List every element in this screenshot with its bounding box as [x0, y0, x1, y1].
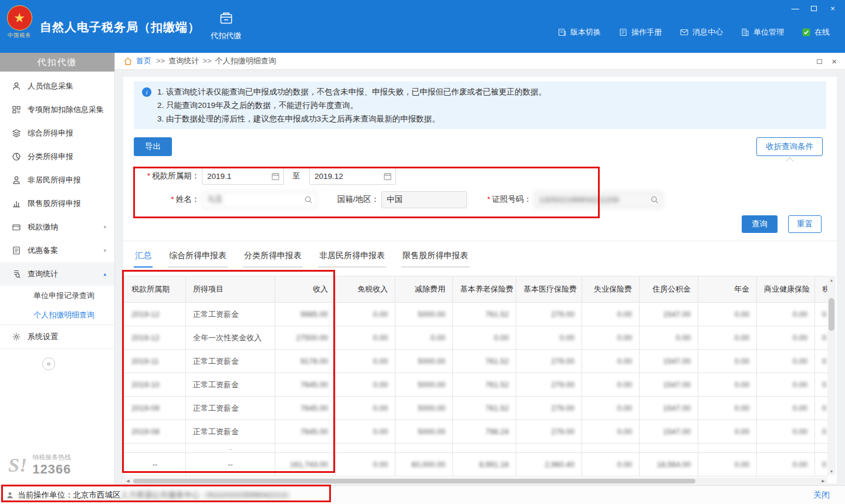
table-row[interactable]: 2019-08正常工资薪金7645.000.005000.00798.24279…	[124, 420, 828, 444]
query-form: *税款所属期： 至 *姓名：	[134, 167, 837, 208]
sidebar-subitem[interactable]: 单位申报记录查询	[0, 286, 114, 305]
breadcrumb-items: >>查询统计>>个人扣缴明细查询	[153, 56, 276, 66]
emblem-icon: ★	[7, 5, 32, 31]
content-panel: i 1. 该查询统计表仅能查询已申报成功的数据，不包含未申报、申报失败，已申报但…	[123, 77, 837, 483]
sidebar-item[interactable]: 查询统计▴	[0, 262, 114, 286]
sidebar-item[interactable]: 优惠备案▾	[0, 239, 114, 262]
breadcrumb-item: 个人扣缴明细查询	[215, 56, 276, 65]
panel-controls: ×	[817, 57, 837, 66]
sidebar-item[interactable]: 分类所得申报	[0, 145, 114, 168]
header-action-label: 操作手册	[631, 27, 662, 38]
calendar-icon[interactable]	[383, 172, 392, 181]
nationality-input[interactable]	[381, 191, 467, 208]
cell-value: 0.00	[757, 350, 815, 373]
cell-ellipsis	[396, 444, 453, 453]
period-label: *税款所属期：	[134, 171, 200, 181]
table-row[interactable]: 2019-11正常工资薪金9178.000.005000.00761.52279…	[124, 350, 828, 373]
id-number-input[interactable]	[534, 191, 663, 208]
header-action-online[interactable]: 在线	[802, 27, 830, 38]
notice-line: 1. 该查询统计表仅能查询已申报成功的数据，不包含未申报、申报失败，已申报但已作…	[157, 85, 818, 99]
breadcrumb: 首页 >>查询统计>>个人扣缴明细查询 ×	[115, 53, 845, 70]
cell-value: 0.00	[815, 350, 828, 373]
column-header: 免税收入	[336, 276, 396, 303]
cell-ellipsis	[336, 444, 396, 453]
table-row[interactable]: 2019-12全年一次性奖金收入27500.000.000.000.000.00…	[124, 326, 828, 350]
withhold-module-icon	[219, 11, 234, 26]
sidebar-title: 代扣代缴	[0, 53, 114, 72]
cell-value: 0.00	[698, 397, 757, 420]
result-tab[interactable]: 非居民所得申报表	[318, 251, 386, 268]
required-asterisk: *	[147, 171, 150, 180]
cell-total-value: 0.00	[582, 453, 640, 476]
reset-button[interactable]: 重置	[788, 215, 822, 233]
sidebar-item[interactable]: 限售股所得申报	[0, 192, 114, 215]
panel-restore-icon[interactable]	[817, 57, 822, 66]
scroll-up-icon[interactable]: ▲	[830, 276, 834, 284]
required-asterisk: *	[487, 195, 490, 204]
scroll-left-icon[interactable]: ◀	[124, 479, 132, 483]
sidebar-item[interactable]: 人员信息采集	[0, 75, 114, 98]
cell-value: 0.00	[336, 350, 396, 373]
sidebar-item-label: 专项附加扣除信息采集	[28, 104, 104, 115]
vertical-scrollbar[interactable]: ▲ ▼	[827, 276, 836, 475]
table-row[interactable]: 2019-12正常工资薪金9985.000.005000.00761.52279…	[124, 303, 828, 326]
window-minimize-icon[interactable]: —	[791, 4, 799, 13]
column-header: 减除费用	[396, 276, 453, 303]
app-title: 自然人电子税务局（扣缴端）	[40, 19, 200, 35]
cell-value: 1547.00	[640, 373, 698, 397]
search-icon[interactable]	[650, 195, 659, 204]
cell-value: 0.00	[582, 397, 640, 420]
search-button[interactable]: 查询	[742, 215, 778, 233]
header-action-org-manage[interactable]: 单位管理	[741, 27, 784, 38]
sidebar-collapse-button[interactable]: «	[42, 357, 55, 370]
result-tab[interactable]: 汇总	[134, 251, 153, 268]
table-row[interactable]: 2019-09正常工资薪金7645.000.005000.00761.52279…	[124, 397, 828, 420]
result-tab[interactable]: 限售股所得申报表	[401, 251, 469, 268]
sidebar-item[interactable]: 综合所得申报	[0, 121, 114, 145]
sidebar-subitem[interactable]: 个人扣缴明细查询	[0, 305, 114, 324]
name-input[interactable]	[202, 191, 317, 208]
horizontal-scroll-thumb[interactable]	[133, 479, 695, 483]
sidebar-item-label: 非居民所得申报	[28, 175, 81, 185]
export-button[interactable]: 导出	[134, 137, 172, 156]
scroll-right-icon[interactable]: ▶	[819, 479, 827, 483]
module-tab-withholding[interactable]: 代扣代缴	[202, 11, 249, 41]
panel-close-icon[interactable]: ×	[832, 57, 837, 66]
result-table: 税款所属期所得项目收入免税收入减除费用基本养老保险费基本医疗保险费失业保险费住房…	[124, 276, 828, 476]
vertical-scroll-thumb[interactable]	[829, 298, 834, 331]
window-close-icon[interactable]: ×	[829, 4, 837, 13]
calendar-icon[interactable]	[271, 172, 280, 181]
scroll-down-icon[interactable]: ▼	[830, 467, 834, 475]
collapse-query-button[interactable]: 收折查询条件	[756, 137, 823, 156]
cell-value: 0.00	[336, 326, 396, 350]
cell-value: 5000.00	[396, 303, 453, 326]
header-action-message-center[interactable]: 消息中心	[680, 27, 723, 38]
breadcrumb-home-link[interactable]: 首页	[136, 56, 151, 66]
hotline: S! 纳税服务热线 12366	[8, 453, 71, 477]
header-action-manual[interactable]: 操作手册	[618, 27, 662, 38]
search-icon[interactable]	[304, 195, 313, 204]
close-link[interactable]: 关闭	[813, 490, 830, 500]
cell-ellipsis: ..	[186, 444, 275, 453]
sidebar-submenu: 单位申报记录查询个人扣缴明细查询	[0, 286, 114, 325]
result-tab[interactable]: 综合所得申报表	[168, 251, 228, 268]
table-row[interactable]: 2019-10正常工资薪金7645.000.005000.00761.52279…	[124, 373, 828, 397]
result-tab[interactable]: 分类所得申报表	[243, 251, 303, 268]
header-action-version-switch[interactable]: 版本切换	[557, 27, 601, 38]
hotline-icon: S!	[8, 454, 27, 476]
sidebar-item[interactable]: 税款缴纳▾	[0, 215, 114, 239]
cell-value: 0.00	[336, 303, 396, 326]
sidebar-item[interactable]: 专项附加扣除信息采集	[0, 98, 114, 121]
window-restore-icon[interactable]	[810, 4, 818, 13]
person-icon	[12, 82, 21, 91]
cell-value: 761.52	[453, 303, 516, 326]
horizontal-scrollbar[interactable]: ◀ ▶	[124, 478, 827, 485]
breadcrumb-item: 查询统计	[168, 56, 199, 65]
building-icon	[741, 28, 750, 37]
breadcrumb-separator: >>	[202, 56, 211, 65]
sidebar-item[interactable]: 非居民所得申报	[0, 168, 114, 192]
cell-period: 2019-09	[124, 397, 186, 420]
sidebar-item[interactable]: 系统设置	[0, 325, 114, 349]
cell-item: 正常工资薪金	[186, 373, 275, 397]
cell-value: 0.00	[698, 303, 757, 326]
